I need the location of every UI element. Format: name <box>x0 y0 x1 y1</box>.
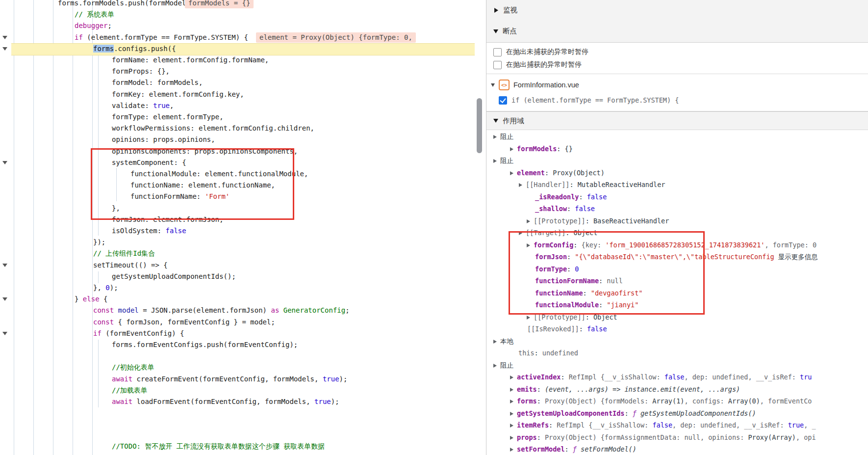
expand-arrow-icon[interactable] <box>519 231 522 235</box>
code-line[interactable]: } else { <box>75 294 107 305</box>
expand-arrow-icon[interactable] <box>510 448 513 452</box>
expand-arrow-icon[interactable] <box>510 388 513 392</box>
scope-tree-row[interactable]: getSystemUploadComponentIds: ƒ getSystem… <box>486 407 868 420</box>
scope-tree-row[interactable]: [[Prototype]]: Object <box>486 311 868 323</box>
code-line[interactable]: if (element.formType == FormType.SYSTEM)… <box>75 32 248 44</box>
code-line[interactable]: formJson: element.formJson, <box>112 214 224 226</box>
code-line[interactable]: //加载表单 <box>112 385 148 397</box>
scope-tree-row[interactable]: [[Target]]: Object <box>486 227 868 239</box>
scope-tree-row[interactable]: functionFormName: null <box>486 275 868 287</box>
code-line[interactable]: functionName: element.functionName, <box>130 180 275 191</box>
code-line[interactable]: forms.formEventConfigs.push(formEventCon… <box>112 339 298 351</box>
code-line[interactable]: }); <box>93 237 105 248</box>
section-header-scope[interactable]: 作用域 <box>486 111 868 130</box>
code-line[interactable]: const model = JSON.parse(element.formJso… <box>93 305 350 317</box>
scope-tree-row[interactable]: 本地 <box>486 335 868 348</box>
expand-arrow-icon[interactable] <box>527 316 530 320</box>
code-line[interactable]: opinions: props.opinions, <box>112 134 215 146</box>
expand-arrow-icon[interactable] <box>510 147 513 151</box>
expand-arrow-icon[interactable] <box>527 219 530 223</box>
pause-caught-row[interactable]: 在抛出捕获的异常时暂停 <box>493 59 582 70</box>
code-line[interactable]: validate: true, <box>112 100 174 112</box>
breakpoint-enabled-checkbox[interactable] <box>499 96 507 105</box>
expand-arrow-icon[interactable] <box>510 412 513 416</box>
expand-arrow-icon[interactable] <box>493 159 497 163</box>
code-line[interactable]: getSystemUploadComponentIds(); <box>112 271 236 283</box>
code-line[interactable]: formProps: {}, <box>112 66 170 78</box>
expand-arrow-icon[interactable] <box>493 364 497 368</box>
expand-arrow-icon[interactable] <box>510 424 513 428</box>
code-line[interactable]: if (formEventConfig) { <box>93 328 184 340</box>
code-line[interactable]: formKey: element.formConfig.key, <box>112 89 244 101</box>
scope-tree-row[interactable]: props: Proxy(Object) {formAssignmentData… <box>486 431 868 444</box>
pause-uncaught-row[interactable]: 在抛出未捕获的异常时暂停 <box>493 47 588 57</box>
code-line[interactable]: // 系统表单 <box>75 9 114 21</box>
breakpoint-file-row[interactable]: <> FormInformation.vue <box>486 79 579 91</box>
code-line[interactable]: isOldSystem: false <box>112 225 186 237</box>
scope-tree-row[interactable]: 阻止 <box>486 131 868 143</box>
code-line[interactable]: //TODO: 暂不放开 工作流没有获取表单数据这个步骤 获取表单数据 <box>112 441 325 453</box>
scope-tree-row[interactable]: formConfig: {key: 'form_1900168685728305… <box>486 239 868 251</box>
expand-arrow-icon[interactable] <box>510 171 513 175</box>
fold-arrow-icon[interactable] <box>2 36 7 39</box>
scope-tree-row[interactable]: 阻止 <box>486 155 868 167</box>
code-line[interactable]: formType: element.formType, <box>112 111 224 123</box>
fold-arrow-icon[interactable] <box>2 332 7 335</box>
scope-tree-row[interactable]: setFormModel: ƒ setFormModel() <box>486 443 868 455</box>
scope-tree-row[interactable]: [[IsRevoked]]: false <box>486 323 868 335</box>
expand-arrow-icon[interactable] <box>510 400 513 403</box>
scope-tree-row[interactable]: formModels: {} <box>486 143 868 155</box>
code-line[interactable]: formName: element.formConfig.formName, <box>112 54 269 66</box>
scope-tree-row[interactable]: activeIndex: RefImpl {__v_isShallow: fal… <box>486 371 868 383</box>
expand-arrow-icon[interactable] <box>527 243 530 247</box>
code-line[interactable]: functionalModule: element.functionalModu… <box>130 168 308 180</box>
scope-tree-row[interactable]: 阻止 <box>486 359 868 372</box>
scope-tree-row[interactable]: formType: 0 <box>486 263 868 275</box>
pause-caught-checkbox[interactable] <box>493 61 502 69</box>
code-line[interactable]: forms.configs.push({ <box>93 43 176 55</box>
breakpoint-entry-row[interactable]: if (element.formType == FormType.SYSTEM)… <box>499 95 679 106</box>
code-line[interactable]: workflowPermissions: element.formConfig.… <box>112 123 314 134</box>
fold-arrow-icon[interactable] <box>2 264 7 267</box>
fold-arrow-icon[interactable] <box>2 297 7 301</box>
pause-uncaught-checkbox[interactable] <box>493 48 502 56</box>
code-line[interactable]: const { formJson, formEventConfig } = mo… <box>93 317 275 328</box>
code-line[interactable]: formModel: formModels, <box>112 77 203 89</box>
scope-tree-row[interactable]: functionalModule: "jianyi" <box>486 299 868 311</box>
editor-scrollbar[interactable] <box>475 0 485 455</box>
chevron-down-icon[interactable] <box>491 83 495 87</box>
scope-tree-row[interactable]: this: undefined <box>486 347 868 359</box>
code-line[interactable]: functionFormName: 'Form' <box>130 191 230 203</box>
section-header-breakpoints[interactable]: 断点 <box>486 20 868 43</box>
scope-tree-row[interactable]: functionName: "devgaofirst" <box>486 287 868 299</box>
code-line[interactable]: await loadFormEvent(formEventConfig, for… <box>112 396 339 408</box>
code-line[interactable]: setTimeout(() => { <box>93 260 168 271</box>
scope-tree-row[interactable]: _isReadonly: false <box>486 191 868 203</box>
code-line[interactable]: // 上传组件Id集合 <box>93 248 155 260</box>
scope-tree-row[interactable]: forms: Proxy(Object) {formModels: Array(… <box>486 395 868 407</box>
expand-arrow-icon[interactable] <box>493 135 497 139</box>
scope-tree-row[interactable]: emits: (event, ...args) => instance.emit… <box>486 383 868 396</box>
code-line[interactable]: }, 0); <box>93 282 118 294</box>
code-line[interactable]: systemComponent: { <box>112 157 186 169</box>
section-header-watch[interactable]: 监视 <box>486 0 868 21</box>
scope-tree-row[interactable]: [[Prototype]]: BaseReactiveHandler <box>486 215 868 227</box>
code-editor[interactable]: forms.formModels.push(formModels);// 系统表… <box>0 0 486 455</box>
code-line[interactable]: debugger; <box>75 20 112 32</box>
scope-tree-row[interactable]: element: Proxy(Object) <box>486 167 868 179</box>
scope-tree-row[interactable]: [[Handler]]: MutableReactiveHandler <box>486 179 868 191</box>
fold-arrow-icon[interactable] <box>2 47 7 51</box>
scope-tree-row[interactable]: _shallow: false <box>486 203 868 215</box>
scope-tree-row[interactable]: formJson: "{\"databaseId\":\"master\",\"… <box>486 251 868 263</box>
code-line[interactable]: //初始化表单 <box>112 362 154 374</box>
expand-arrow-icon[interactable] <box>510 375 513 379</box>
fold-arrow-icon[interactable] <box>2 161 7 164</box>
code-line[interactable]: opinionsComponents: props.opinionsCompon… <box>112 146 298 158</box>
expand-arrow-icon[interactable] <box>510 436 513 440</box>
code-line[interactable]: }, <box>112 203 120 214</box>
scrollbar-thumb[interactable] <box>477 98 482 153</box>
code-line[interactable]: await createFormEvent(formEventConfig, f… <box>112 374 347 385</box>
code-line[interactable]: forms.formModels.push(formModels); <box>58 0 199 9</box>
expand-arrow-icon[interactable] <box>519 183 522 187</box>
expand-arrow-icon[interactable] <box>493 340 497 344</box>
